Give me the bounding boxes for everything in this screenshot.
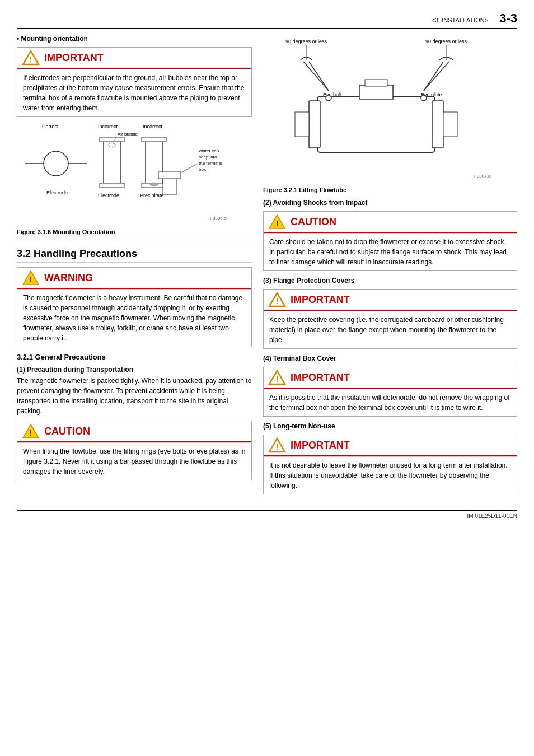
- page: <3. INSTALLATION> 3-3 • Mounting orienta…: [0, 0, 534, 756]
- svg-text:F0307.ai: F0307.ai: [474, 174, 491, 179]
- important-icon-4: !: [268, 437, 286, 453]
- svg-text:!: !: [276, 297, 279, 306]
- svg-rect-17: [142, 137, 166, 142]
- svg-text:Electrode: Electrode: [98, 193, 119, 198]
- caution-title-1: CAUTION: [44, 426, 90, 437]
- important-body-2: Keep the protective covering (i.e. the c…: [264, 311, 517, 348]
- svg-text:box.: box.: [199, 167, 207, 172]
- footer: IM 01E25D11-01EN: [17, 510, 517, 519]
- svg-text:!: !: [30, 55, 32, 64]
- svg-text:F0306.ai: F0306.ai: [210, 216, 227, 221]
- important-box-1: ! IMPORTANT If electrodes are perpendicu…: [17, 47, 252, 117]
- caution-icon-2: !: [268, 214, 286, 230]
- svg-text:Water can: Water can: [199, 148, 219, 153]
- important-body-1: If electrodes are perpendicular to the g…: [17, 69, 251, 116]
- caution-box-2: ! CAUTION Care should be taken not to dr…: [263, 211, 517, 271]
- section-3-2-title: 3.2 Handling Precautions: [17, 248, 252, 263]
- para-5-label: (5) Long-term Non-use: [263, 422, 517, 430]
- page-header: <3. INSTALLATION> 3-3: [17, 11, 517, 29]
- svg-text:!: !: [276, 442, 279, 451]
- important-box-4: ! IMPORTANT It is not desirable to leave…: [263, 435, 517, 494]
- para-1-title: (1) Precaution during Transportation: [17, 366, 252, 374]
- caution-title-2: CAUTION: [291, 216, 336, 228]
- svg-point-3: [44, 151, 68, 176]
- svg-text:Incorrect: Incorrect: [143, 124, 163, 129]
- divider-1: [17, 240, 252, 240]
- important-body-3: As it is possible that the insulation wi…: [264, 389, 517, 416]
- caution-header-1: ! CAUTION: [17, 421, 251, 442]
- page-number: 3-3: [499, 11, 517, 25]
- svg-rect-47: [443, 112, 457, 137]
- important-icon-1: !: [22, 50, 40, 66]
- svg-text:Electrode: Electrode: [46, 190, 68, 195]
- svg-rect-51: [365, 80, 387, 86]
- warning-header: ! WARNING: [17, 268, 251, 289]
- para-3-label: (3) Flange Protection Covers: [263, 277, 517, 284]
- warning-body: The magnetic flowmeter is a heavy instru…: [17, 289, 251, 347]
- important-header-3: ! IMPORTANT: [264, 367, 517, 389]
- warning-icon: !: [22, 270, 40, 286]
- svg-text:90 degrees or less: 90 degrees or less: [425, 39, 467, 44]
- svg-text:!: !: [276, 375, 279, 384]
- important-title-3: IMPORTANT: [291, 372, 350, 384]
- fig-3-1-6-caption: Figure 3.1.6 Mounting Orientation: [17, 228, 252, 235]
- caution-body-2: Care should be taken not to drop the flo…: [264, 233, 517, 270]
- important-header-4: ! IMPORTANT: [264, 435, 517, 456]
- important-title-4: IMPORTANT: [291, 440, 350, 451]
- svg-point-48: [326, 95, 331, 101]
- svg-text:the terminal: the terminal: [199, 161, 222, 166]
- important-icon-3: !: [268, 370, 286, 385]
- important-title-2: IMPORTANT: [291, 294, 350, 306]
- caution-icon-1: !: [22, 423, 40, 439]
- svg-rect-44: [309, 101, 320, 148]
- svg-text:Precipitate: Precipitate: [140, 193, 164, 198]
- para-1-body: The magnetic flowmeter is packed tightly…: [17, 376, 252, 416]
- svg-rect-46: [295, 112, 309, 137]
- svg-rect-16: [146, 137, 162, 188]
- svg-line-40: [424, 62, 449, 91]
- warning-box: ! WARNING The magnetic flowmeter is a he…: [17, 267, 252, 347]
- fig-3-2-1-caption: Figure 3.2.1 Lifting Flowtube: [263, 186, 517, 193]
- svg-point-19: [150, 183, 158, 186]
- svg-rect-43: [317, 96, 435, 152]
- right-column: 90 degrees or less 90 degrees or less Ey…: [263, 35, 517, 499]
- svg-point-49: [421, 95, 427, 101]
- important-body-4: It is not desirable to leave the flowmet…: [264, 456, 517, 494]
- important-box-2: ! IMPORTANT Keep the protective covering…: [263, 289, 517, 349]
- important-icon-2: !: [268, 292, 286, 307]
- svg-line-39: [424, 62, 443, 91]
- mounting-orientation-bullet: • Mounting orientation: [17, 35, 252, 43]
- svg-text:90 degrees or less: 90 degrees or less: [285, 39, 327, 44]
- svg-rect-45: [432, 101, 443, 148]
- svg-text:!: !: [276, 219, 279, 228]
- section-label: <3. INSTALLATION>: [432, 17, 489, 24]
- caution-header-2: ! CAUTION: [264, 212, 517, 233]
- two-column-layout: • Mounting orientation ! IMPORTANT If el…: [17, 35, 517, 499]
- svg-rect-9: [100, 137, 124, 142]
- mounting-diagram: Correct Electrode Incorrect Air bubble: [17, 122, 252, 224]
- svg-text:!: !: [30, 275, 32, 284]
- svg-rect-50: [359, 85, 393, 99]
- subsection-3-2-1-title: 3.2.1 General Precautions: [17, 353, 252, 361]
- para-4-label: (4) Terminal Box Cover: [263, 354, 517, 362]
- svg-text:Correct: Correct: [42, 124, 59, 129]
- important-box-3: ! IMPORTANT As it is possible that the i…: [263, 367, 517, 417]
- doc-id: IM 01E25D11-01EN: [467, 513, 518, 519]
- svg-text:seep into: seep into: [199, 155, 217, 160]
- important-header-1: ! IMPORTANT: [17, 48, 251, 69]
- caution-body-1: When lifting the flowtube, use the lifti…: [17, 442, 251, 480]
- svg-rect-10: [100, 183, 124, 188]
- warning-title: WARNING: [44, 272, 93, 284]
- important-title-1: IMPORTANT: [44, 52, 104, 64]
- svg-text:!: !: [30, 428, 32, 437]
- lifting-flowtube-figure: 90 degrees or less 90 degrees or less Ey…: [263, 35, 517, 182]
- svg-line-35: [303, 62, 329, 91]
- para-2-label: (2) Avoiding Shocks from Impact: [263, 199, 517, 207]
- important-header-2: ! IMPORTANT: [264, 290, 517, 311]
- svg-text:Incorrect: Incorrect: [98, 124, 118, 129]
- left-column: • Mounting orientation ! IMPORTANT If el…: [17, 35, 252, 499]
- svg-rect-27: [158, 172, 181, 179]
- svg-text:Air bubble: Air bubble: [118, 132, 138, 137]
- caution-box-1: ! CAUTION When lifting the flowtube, use…: [17, 421, 252, 480]
- svg-line-36: [309, 62, 329, 91]
